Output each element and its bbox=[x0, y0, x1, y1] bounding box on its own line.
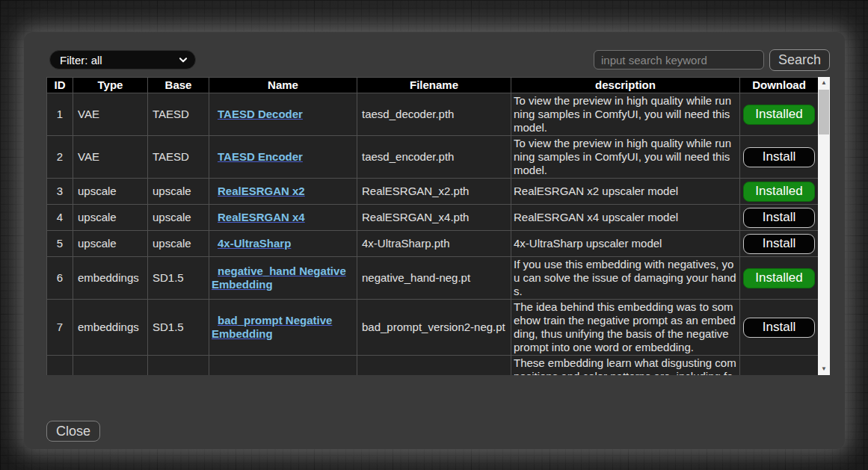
model-base-cell: TAESD bbox=[148, 136, 209, 179]
model-name-cell: RealESRGAN x2 bbox=[209, 179, 357, 205]
table-row: 2VAETAESDTAESD Encodertaesd_encoder.pthT… bbox=[47, 136, 819, 179]
table-row: These embedding learn what disgusting co… bbox=[47, 356, 819, 376]
table-header-row: IDTypeBaseNameFilenamedescriptionDownloa… bbox=[47, 78, 819, 93]
model-filename-cell bbox=[357, 356, 511, 376]
column-header-type: Type bbox=[73, 78, 148, 93]
filter-select[interactable]: Filter: all bbox=[49, 50, 196, 69]
model-download-cell: Install bbox=[740, 300, 819, 356]
model-filename-cell: taesd_decoder.pth bbox=[357, 93, 511, 136]
model-type-cell: embeddings bbox=[73, 300, 148, 356]
model-base-cell: upscale bbox=[148, 179, 209, 205]
scroll-down-icon[interactable]: ▼ bbox=[818, 363, 830, 375]
model-base-cell: upscale bbox=[148, 205, 209, 231]
table-row: 3upscaleupscaleRealESRGAN x2RealESRGAN_x… bbox=[47, 179, 819, 205]
model-id-cell: 1 bbox=[47, 93, 73, 136]
model-filename-cell: RealESRGAN_x4.pth bbox=[357, 205, 511, 231]
install-button[interactable]: Install bbox=[743, 147, 815, 167]
table-row: 6embeddingsSD1.5negative_hand Negative E… bbox=[47, 257, 819, 300]
model-name-cell: TAESD Encoder bbox=[209, 136, 357, 179]
search-button[interactable]: Search bbox=[769, 49, 830, 71]
model-type-cell: upscale bbox=[73, 231, 148, 257]
close-button[interactable]: Close bbox=[46, 421, 100, 442]
install-button[interactable]: Install bbox=[743, 318, 815, 338]
model-type-cell: upscale bbox=[73, 179, 148, 205]
model-name-link[interactable]: 4x-UltraSharp bbox=[218, 237, 291, 250]
model-name-cell: negative_hand Negative Embedding bbox=[209, 257, 357, 300]
table-row: 4upscaleupscaleRealESRGAN x4RealESRGAN_x… bbox=[47, 205, 819, 231]
model-description-cell: RealESRGAN x4 upscaler model bbox=[511, 205, 740, 231]
model-description-cell: These embedding learn what disgusting co… bbox=[511, 356, 740, 376]
model-description-cell: RealESRGAN x2 upscaler model bbox=[511, 179, 740, 205]
model-download-cell: Installed bbox=[740, 93, 819, 136]
comfyui-canvas-background: Filter: all Search IDTypeBaseNameFilenam… bbox=[0, 0, 868, 470]
model-type-cell: embeddings bbox=[73, 257, 148, 300]
scrollbar-thumb[interactable] bbox=[819, 90, 829, 134]
model-download-cell: Installed bbox=[740, 257, 819, 300]
model-name-link[interactable]: RealESRGAN x2 bbox=[218, 185, 305, 197]
model-download-cell: Install bbox=[740, 136, 819, 179]
model-name-link[interactable]: RealESRGAN x4 bbox=[218, 211, 305, 223]
model-download-cell: Install bbox=[740, 205, 819, 231]
model-name-link[interactable]: TAESD Decoder bbox=[218, 108, 303, 120]
installed-button[interactable]: Installed bbox=[743, 105, 815, 125]
model-name-link[interactable]: negative_hand Negative Embedding bbox=[212, 265, 346, 291]
model-base-cell bbox=[148, 356, 209, 376]
column-header-id: ID bbox=[47, 78, 73, 93]
model-type-cell: upscale bbox=[73, 205, 148, 231]
model-name-cell bbox=[209, 356, 357, 376]
model-id-cell bbox=[47, 356, 73, 376]
column-header-base: Base bbox=[148, 78, 209, 93]
models-table: IDTypeBaseNameFilenamedescriptionDownloa… bbox=[46, 77, 819, 375]
model-filename-cell: negative_hand-neg.pt bbox=[357, 257, 511, 300]
model-id-cell: 2 bbox=[47, 136, 73, 179]
model-description-cell: The idea behind this embedding was to so… bbox=[511, 300, 740, 356]
model-filename-cell: 4x-UltraSharp.pth bbox=[357, 231, 511, 257]
install-models-dialog: Filter: all Search IDTypeBaseNameFilenam… bbox=[24, 32, 845, 449]
model-name-cell: 4x-UltraSharp bbox=[209, 231, 357, 257]
model-name-cell: RealESRGAN x4 bbox=[209, 205, 357, 231]
model-type-cell bbox=[73, 356, 148, 376]
installed-button[interactable]: Installed bbox=[743, 268, 815, 288]
model-description-cell: To view the preview in high quality whil… bbox=[511, 136, 740, 179]
model-name-link[interactable]: TAESD Encoder bbox=[218, 150, 303, 163]
install-button[interactable]: Install bbox=[743, 208, 815, 228]
column-header-name: Name bbox=[209, 78, 357, 93]
model-filename-cell: taesd_encoder.pth bbox=[357, 136, 511, 179]
model-name-cell: bad_prompt Negative Embedding bbox=[209, 300, 357, 356]
model-base-cell: TAESD bbox=[148, 93, 209, 136]
model-filename-cell: RealESRGAN_x2.pth bbox=[357, 179, 511, 205]
model-base-cell: SD1.5 bbox=[148, 300, 209, 356]
models-table-container: IDTypeBaseNameFilenamedescriptionDownloa… bbox=[46, 77, 830, 375]
filter-select-wrap: Filter: all bbox=[49, 50, 196, 69]
model-id-cell: 7 bbox=[47, 300, 73, 356]
model-download-cell bbox=[740, 356, 819, 376]
model-description-cell: If you use this embedding with negatives… bbox=[511, 257, 740, 300]
model-type-cell: VAE bbox=[73, 136, 148, 179]
table-row: 1VAETAESDTAESD Decodertaesd_decoder.pthT… bbox=[47, 93, 819, 136]
model-filename-cell: bad_prompt_version2-neg.pt bbox=[357, 300, 511, 356]
model-description-cell: 4x-UltraSharp upscaler model bbox=[511, 231, 740, 257]
model-id-cell: 4 bbox=[47, 205, 73, 231]
column-header-filename: Filename bbox=[357, 78, 511, 93]
model-base-cell: upscale bbox=[148, 231, 209, 257]
model-id-cell: 3 bbox=[47, 179, 73, 205]
model-download-cell: Install bbox=[740, 231, 819, 257]
installed-button[interactable]: Installed bbox=[743, 182, 815, 202]
table-row: 5upscaleupscale4x-UltraSharp4x-UltraShar… bbox=[47, 231, 819, 257]
model-name-link[interactable]: bad_prompt Negative Embedding bbox=[212, 314, 332, 340]
install-button[interactable]: Install bbox=[743, 234, 815, 254]
model-description-cell: To view the preview in high quality whil… bbox=[511, 93, 740, 136]
table-row: 7embeddingsSD1.5bad_prompt Negative Embe… bbox=[47, 300, 819, 356]
model-id-cell: 6 bbox=[47, 257, 73, 300]
model-id-cell: 5 bbox=[47, 231, 73, 257]
table-scrollbar[interactable]: ▲ ▼ bbox=[818, 77, 830, 375]
column-header-download: Download bbox=[740, 78, 819, 93]
scroll-up-icon[interactable]: ▲ bbox=[818, 77, 830, 89]
column-header-description: description bbox=[511, 78, 740, 93]
search-input[interactable] bbox=[594, 50, 764, 69]
model-name-cell: TAESD Decoder bbox=[209, 93, 357, 136]
model-type-cell: VAE bbox=[73, 93, 148, 136]
model-base-cell: SD1.5 bbox=[148, 257, 209, 300]
model-download-cell: Installed bbox=[740, 179, 819, 205]
